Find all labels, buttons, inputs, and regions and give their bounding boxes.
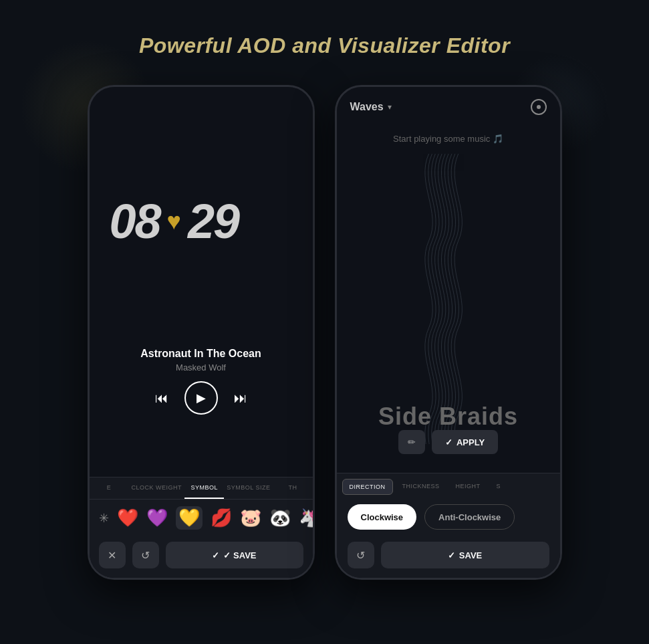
waves-label: Waves — [350, 101, 384, 113]
clock-hours: 08 — [110, 194, 160, 249]
tab-s[interactable]: S — [490, 479, 508, 495]
direction-buttons: Clockwise Anti-Clockwise — [337, 495, 560, 539]
apply-row: ✏ ✓ APPLY — [337, 430, 560, 454]
edit-button[interactable]: ✏ — [398, 430, 425, 454]
song-title: Astronaut In The Ocean — [90, 348, 313, 360]
emoji-heart-yellow[interactable]: 💛 — [176, 506, 203, 530]
song-info: Astronaut In The Ocean Masked Wolf — [90, 348, 313, 372]
right-phone: Waves ▾ Start playing some music 🎵 — [335, 85, 562, 580]
anti-clockwise-button[interactable]: Anti-Clockwise — [424, 504, 515, 530]
tab-clock-weight[interactable]: CLOCK WEIGHT — [129, 477, 185, 499]
left-phone: 08 ♥ 29 Astronaut In The Ocean Masked Wo… — [88, 85, 315, 580]
visualizer-title: Side Braids — [337, 403, 560, 431]
right-save-button[interactable]: ✓ SAVE — [381, 542, 549, 568]
visualizer — [337, 154, 560, 444]
tab-symbol-size[interactable]: SYMBOL SIZE — [224, 477, 273, 499]
emoji-cross-icon: ✳ — [99, 511, 109, 526]
prev-button[interactable]: ⏮ — [155, 391, 168, 406]
apply-checkmark-icon: ✓ — [445, 437, 452, 447]
right-save-checkmark-icon: ✓ — [448, 550, 455, 560]
left-action-bar: ✕ ↺ ✓ ✓ SAVE — [90, 536, 313, 578]
next-button[interactable]: ⏭ — [234, 391, 247, 406]
waves-dropdown[interactable]: Waves ▾ — [350, 101, 392, 113]
emoji-heart-purple[interactable]: 💜 — [146, 508, 168, 528]
save-checkmark-icon: ✓ — [212, 550, 219, 560]
tab-bar: E CLOCK WEIGHT SYMBOL SYMBOL SIZE TH — [90, 477, 313, 500]
save-label: ✓ SAVE — [223, 550, 256, 560]
tab-thickness[interactable]: THICKNESS — [396, 479, 446, 495]
page-title: Powerful AOD and Visualizer Editor — [139, 33, 510, 58]
tab-th[interactable]: TH — [273, 477, 312, 499]
left-bottom-panel: E CLOCK WEIGHT SYMBOL SYMBOL SIZE TH ✳ ❤… — [90, 477, 313, 578]
right-reset-button[interactable]: ↺ — [348, 542, 374, 568]
emoji-pig[interactable]: 🐷 — [240, 508, 261, 528]
song-artist: Masked Wolf — [90, 362, 313, 372]
right-save-label: SAVE — [459, 550, 482, 560]
chevron-down-icon: ▾ — [388, 102, 392, 112]
settings-icon[interactable] — [531, 99, 547, 115]
right-tab-bar: DIRECTION THICKNESS HEIGHT S — [337, 473, 560, 495]
right-header: Waves ▾ — [350, 99, 547, 115]
settings-dot-inner — [537, 105, 541, 109]
left-phone-screen: 08 ♥ 29 Astronaut In The Ocean Masked Wo… — [90, 87, 313, 578]
player-controls: ⏮ ▶ ⏭ — [90, 381, 313, 415]
right-phone-screen: Waves ▾ Start playing some music 🎵 — [337, 87, 560, 578]
right-bottom-panel: DIRECTION THICKNESS HEIGHT S Clockwise A… — [337, 473, 560, 578]
apply-label: APPLY — [457, 437, 485, 447]
clock-minutes: 29 — [188, 194, 239, 249]
tab-symbol[interactable]: SYMBOL — [184, 477, 224, 499]
clockwise-button[interactable]: Clockwise — [348, 504, 417, 530]
tab-direction[interactable]: DIRECTION — [342, 479, 393, 495]
clock-separator: ♥ — [167, 207, 181, 235]
reset-button[interactable]: ↺ — [132, 542, 159, 568]
tab-e[interactable]: E — [90, 477, 129, 499]
play-button[interactable]: ▶ — [184, 381, 218, 415]
tab-height[interactable]: HEIGHT — [449, 479, 487, 495]
emoji-lips[interactable]: 💋 — [211, 508, 232, 528]
clock-display: 08 ♥ 29 — [110, 194, 239, 249]
close-button[interactable]: ✕ — [99, 542, 126, 568]
right-action-bar: ↺ ✓ SAVE — [337, 539, 560, 578]
emoji-unicorn[interactable]: 🦄 — [299, 508, 313, 528]
music-hint: Start playing some music 🎵 — [337, 134, 560, 144]
anti-clockwise-label: Anti-Clockwise — [438, 512, 501, 522]
clockwise-label: Clockwise — [361, 512, 404, 522]
emoji-heart-red[interactable]: ❤️ — [117, 508, 138, 528]
apply-button[interactable]: ✓ APPLY — [432, 430, 498, 454]
emoji-panda[interactable]: 🐼 — [269, 508, 291, 528]
save-button[interactable]: ✓ ✓ SAVE — [166, 542, 303, 568]
phones-container: 08 ♥ 29 Astronaut In The Ocean Masked Wo… — [88, 85, 562, 580]
emoji-row: ✳ ❤️ 💜 💛 💋 🐷 🐼 🦄 — [90, 500, 313, 536]
